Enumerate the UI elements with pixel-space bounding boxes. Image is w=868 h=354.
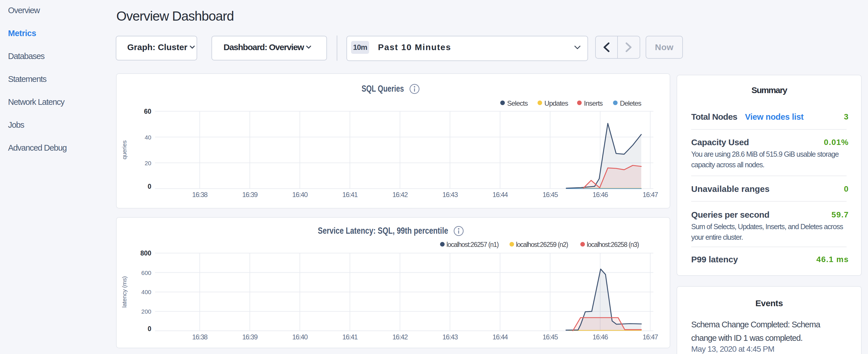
svg-text:16:46: 16:46 xyxy=(593,191,608,198)
svg-text:Selects: Selects xyxy=(507,99,528,107)
svg-text:200: 200 xyxy=(141,308,151,315)
svg-text:localhost:26257 (n1): localhost:26257 (n1) xyxy=(446,241,499,248)
svg-text:16:42: 16:42 xyxy=(392,333,408,341)
svg-text:60: 60 xyxy=(144,108,151,115)
svg-text:Updates: Updates xyxy=(545,99,568,107)
svg-text:16:44: 16:44 xyxy=(492,333,508,341)
svg-text:16:42: 16:42 xyxy=(392,191,408,198)
svg-text:0: 0 xyxy=(148,183,151,190)
svg-text:16:40: 16:40 xyxy=(292,191,308,198)
svg-text:16:41: 16:41 xyxy=(342,191,358,198)
svg-text:Deletes: Deletes xyxy=(620,99,641,107)
svg-text:800: 800 xyxy=(141,250,151,257)
svg-text:16:46: 16:46 xyxy=(593,333,608,341)
svg-text:16:43: 16:43 xyxy=(442,333,458,341)
svg-text:400: 400 xyxy=(141,289,151,295)
svg-text:16:47: 16:47 xyxy=(643,333,658,341)
svg-text:16:39: 16:39 xyxy=(242,333,258,341)
svg-text:40: 40 xyxy=(145,134,151,141)
svg-text:16:38: 16:38 xyxy=(192,191,208,198)
svg-text:16:44: 16:44 xyxy=(492,191,508,198)
svg-text:localhost:26259 (n2): localhost:26259 (n2) xyxy=(516,241,568,248)
svg-text:Inserts: Inserts xyxy=(584,99,603,107)
svg-text:queries: queries xyxy=(121,140,127,159)
svg-text:16:47: 16:47 xyxy=(643,191,658,198)
svg-text:16:39: 16:39 xyxy=(242,191,258,198)
svg-text:600: 600 xyxy=(141,269,151,276)
svg-text:16:38: 16:38 xyxy=(192,333,208,341)
svg-text:localhost:26258 (n3): localhost:26258 (n3) xyxy=(587,241,639,248)
svg-text:20: 20 xyxy=(145,160,151,166)
svg-text:0: 0 xyxy=(148,325,151,332)
svg-text:16:40: 16:40 xyxy=(292,333,308,341)
svg-text:latency (ms): latency (ms) xyxy=(121,277,127,308)
svg-text:16:45: 16:45 xyxy=(542,333,558,341)
svg-text:16:43: 16:43 xyxy=(442,191,458,198)
svg-text:16:45: 16:45 xyxy=(542,191,558,198)
svg-text:16:41: 16:41 xyxy=(342,333,358,341)
